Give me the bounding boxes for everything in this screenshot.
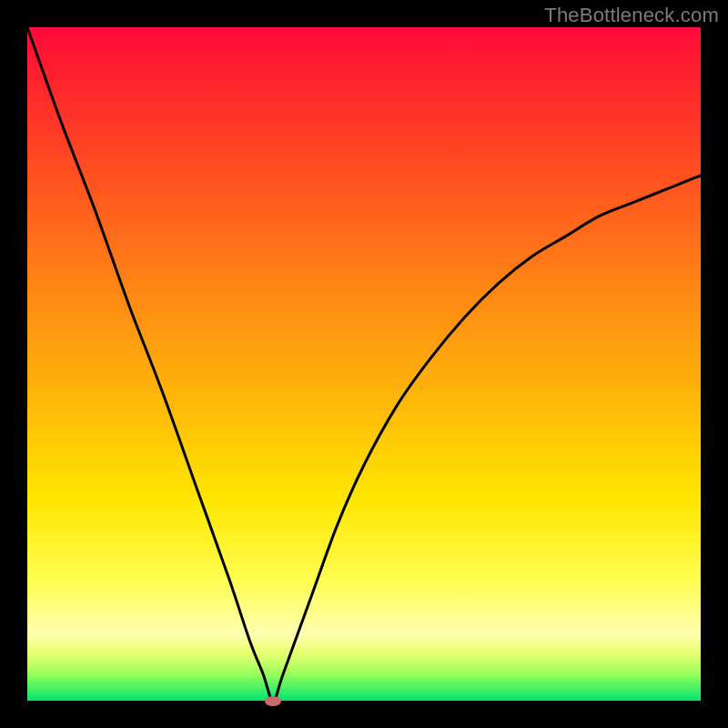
attribution-label: TheBottleneck.com <box>544 4 719 27</box>
chart-frame: TheBottleneck.com <box>0 0 728 728</box>
bottleneck-curve <box>27 27 701 701</box>
curve-svg <box>27 27 701 701</box>
plot-area <box>27 27 701 701</box>
optimum-marker <box>265 696 281 706</box>
